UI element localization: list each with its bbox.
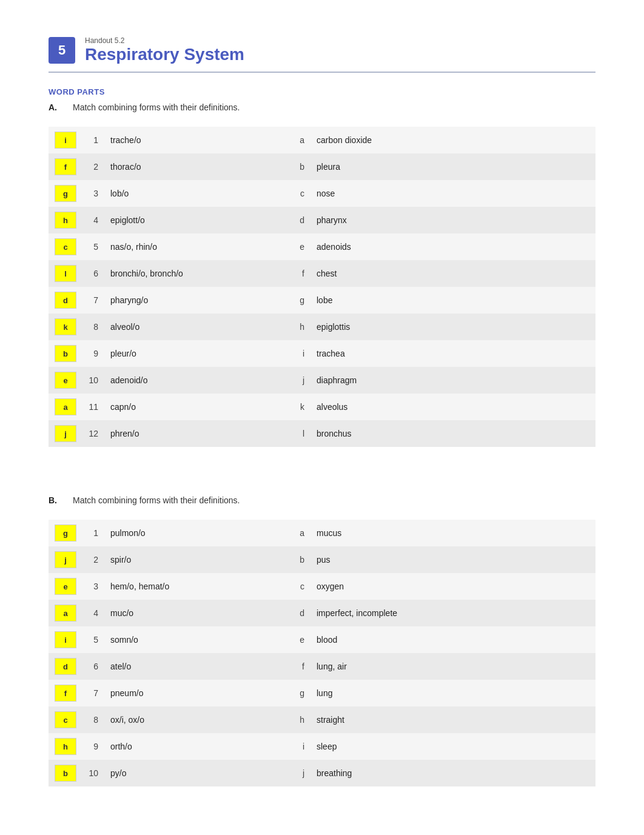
answer-box: d: [55, 292, 76, 309]
definition-cell: pus: [310, 546, 595, 573]
right-letter-cell: k: [286, 394, 310, 420]
table-row: f 2 thorac/o b pleura: [49, 153, 595, 180]
answer-box: j: [55, 425, 76, 442]
number-cell: 9: [82, 733, 104, 760]
answer-cell: i: [49, 626, 82, 653]
answer-box: c: [55, 711, 76, 728]
section-b-header: B. Match combining forms with their defi…: [49, 495, 595, 514]
term-cell: nas/o, rhin/o: [104, 233, 250, 260]
definition-cell: lobe: [310, 287, 595, 314]
definition-cell: oxygen: [310, 573, 595, 600]
table-row: j 12 phren/o l bronchus: [49, 420, 595, 447]
table-row: g 3 lob/o c nose: [49, 180, 595, 207]
right-letter-cell: b: [286, 153, 310, 180]
answer-cell: f: [49, 680, 82, 706]
right-letter-cell: d: [286, 207, 310, 233]
number-cell: 1: [82, 520, 104, 546]
number-cell: 6: [82, 653, 104, 680]
answer-cell: k: [49, 314, 82, 340]
answer-cell: b: [49, 340, 82, 367]
answer-cell: a: [49, 394, 82, 420]
table-row: c 5 nas/o, rhin/o e adenoids: [49, 233, 595, 260]
number-cell: 4: [82, 207, 104, 233]
spacer-cell: [250, 600, 286, 626]
answer-cell: d: [49, 287, 82, 314]
table-row: k 8 alveol/o h epiglottis: [49, 314, 595, 340]
answer-box: b: [55, 765, 76, 782]
definition-cell: adenoids: [310, 233, 595, 260]
spacer-cell: [250, 287, 286, 314]
term-cell: hem/o, hemat/o: [104, 573, 250, 600]
right-letter-cell: l: [286, 420, 310, 447]
definition-cell: carbon dioxide: [310, 127, 595, 153]
answer-box: i: [55, 132, 76, 149]
term-cell: adenoid/o: [104, 367, 250, 394]
spacer-cell: [250, 260, 286, 287]
spacer-cell: [250, 340, 286, 367]
answer-cell: a: [49, 600, 82, 626]
answer-box: a: [55, 605, 76, 622]
answer-box: j: [55, 551, 76, 568]
right-letter-cell: g: [286, 680, 310, 706]
number-cell: 6: [82, 260, 104, 287]
table-row: d 7 pharyng/o g lobe: [49, 287, 595, 314]
section-a-letter: A.: [49, 102, 73, 112]
right-letter-cell: h: [286, 706, 310, 733]
term-cell: alveol/o: [104, 314, 250, 340]
right-letter-cell: e: [286, 233, 310, 260]
answer-cell: h: [49, 733, 82, 760]
badge-number: 5: [49, 37, 75, 64]
number-cell: 5: [82, 233, 104, 260]
definition-cell: breathing: [310, 760, 595, 786]
definition-cell: bronchus: [310, 420, 595, 447]
number-cell: 5: [82, 626, 104, 653]
section-a-instructions: Match combining forms with their definit…: [73, 102, 240, 112]
spacer-cell: [250, 733, 286, 760]
answer-cell: h: [49, 207, 82, 233]
spacer-cell: [250, 233, 286, 260]
number-cell: 9: [82, 340, 104, 367]
spacer-cell: [250, 394, 286, 420]
answer-box: h: [55, 738, 76, 755]
definition-cell: alveolus: [310, 394, 595, 420]
answer-cell: d: [49, 653, 82, 680]
definition-cell: sleep: [310, 733, 595, 760]
term-cell: capn/o: [104, 394, 250, 420]
definition-cell: diaphragm: [310, 367, 595, 394]
term-cell: lob/o: [104, 180, 250, 207]
right-letter-cell: e: [286, 626, 310, 653]
answer-cell: j: [49, 420, 82, 447]
definition-cell: mucus: [310, 520, 595, 546]
answer-cell: f: [49, 153, 82, 180]
term-cell: bronchi/o, bronch/o: [104, 260, 250, 287]
spacer-cell: [250, 653, 286, 680]
answer-box: e: [55, 372, 76, 389]
table-row: g 1 pulmon/o a mucus: [49, 520, 595, 546]
spacer-cell: [250, 626, 286, 653]
number-cell: 8: [82, 314, 104, 340]
table-row: e 10 adenoid/o j diaphragm: [49, 367, 595, 394]
term-cell: thorac/o: [104, 153, 250, 180]
right-letter-cell: j: [286, 367, 310, 394]
definition-cell: trachea: [310, 340, 595, 367]
table-row: b 9 pleur/o i trachea: [49, 340, 595, 367]
definition-cell: straight: [310, 706, 595, 733]
answer-cell: i: [49, 127, 82, 153]
right-letter-cell: f: [286, 653, 310, 680]
number-cell: 11: [82, 394, 104, 420]
term-cell: orth/o: [104, 733, 250, 760]
answer-cell: l: [49, 260, 82, 287]
section-a-table: i 1 trache/o a carbon dioxide f 2 thorac…: [49, 127, 595, 447]
section-a-header: A. Match combining forms with their defi…: [49, 102, 595, 121]
table-row: c 8 ox/i, ox/o h straight: [49, 706, 595, 733]
right-letter-cell: i: [286, 340, 310, 367]
page-title: Respiratory System: [85, 45, 244, 64]
answer-box: a: [55, 398, 76, 415]
definition-cell: epiglottis: [310, 314, 595, 340]
table-row: h 9 orth/o i sleep: [49, 733, 595, 760]
spacer-cell: [250, 706, 286, 733]
right-letter-cell: h: [286, 314, 310, 340]
answer-cell: j: [49, 546, 82, 573]
number-cell: 1: [82, 127, 104, 153]
header: 5 Handout 5.2 Respiratory System: [49, 36, 595, 73]
